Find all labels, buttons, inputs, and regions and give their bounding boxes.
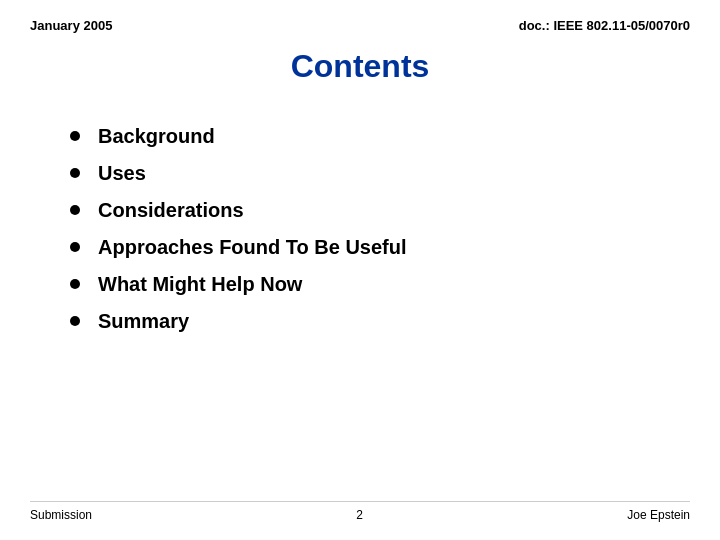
slide-title: Contents [30,48,690,85]
bullet-text: Considerations [98,199,244,222]
slide-content: Background Uses Considerations Approache… [30,115,690,491]
list-item: Summary [70,310,690,333]
bullet-text: What Might Help Now [98,273,302,296]
header-date: January 2005 [30,18,112,33]
footer-submission: Submission [30,508,92,522]
header-doc: doc.: IEEE 802.11-05/0070r0 [519,18,690,33]
slide-header: January 2005 doc.: IEEE 802.11-05/0070r0 [30,18,690,33]
bullet-text: Background [98,125,215,148]
list-item: Uses [70,162,690,185]
bullet-dot [70,279,80,289]
bullet-dot [70,168,80,178]
slide: January 2005 doc.: IEEE 802.11-05/0070r0… [0,0,720,540]
list-item: Considerations [70,199,690,222]
list-item: Background [70,125,690,148]
bullet-dot [70,242,80,252]
bullet-text: Uses [98,162,146,185]
list-item: Approaches Found To Be Useful [70,236,690,259]
list-item: What Might Help Now [70,273,690,296]
footer-page: 2 [356,508,363,522]
bullet-text: Approaches Found To Be Useful [98,236,407,259]
bullet-dot [70,316,80,326]
bullet-list: Background Uses Considerations Approache… [70,125,690,333]
footer-author: Joe Epstein [627,508,690,522]
bullet-dot [70,131,80,141]
slide-footer: Submission 2 Joe Epstein [30,501,690,522]
bullet-text: Summary [98,310,189,333]
bullet-dot [70,205,80,215]
